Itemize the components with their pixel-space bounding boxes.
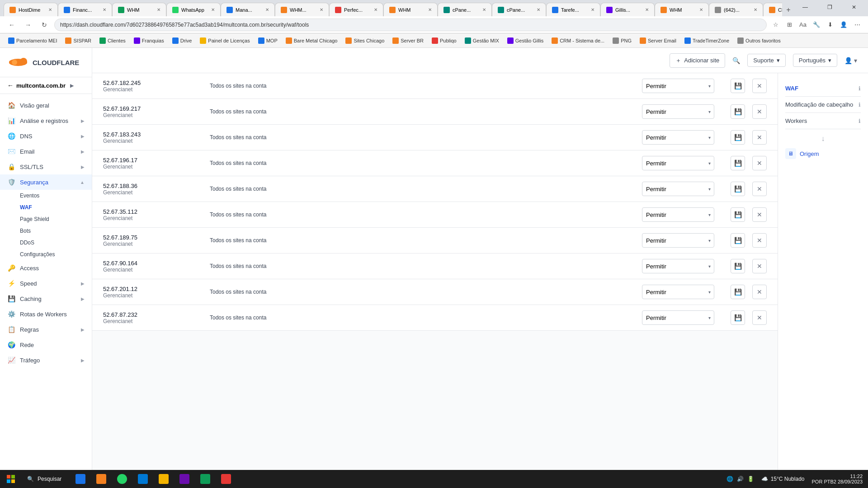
waf-delete-button-1[interactable]: ✕	[752, 104, 767, 119]
extensions-icon[interactable]: 🔧	[811, 19, 822, 30]
waf-action-select-7[interactable]: PermitirBloquearDesafiarJS DesafiarGeren…	[642, 259, 714, 273]
bookmark-0[interactable]: Parcelamento MEI	[5, 36, 61, 45]
waf-save-button-5[interactable]: 💾	[731, 207, 745, 222]
tab-close-7[interactable]: ✕	[428, 7, 432, 12]
sidebar-nav-item-caching[interactable]: 💾 Caching ▶	[0, 291, 92, 306]
sidebar-item-1[interactable]: 📊 Análise e registros ▶	[0, 113, 92, 128]
sidebar-item-8[interactable]: 💾 Caching ▶	[0, 291, 92, 306]
bookmark-4[interactable]: Drive	[169, 36, 196, 45]
bookmark-5[interactable]: Painel de Licenças	[196, 36, 253, 45]
star-icon[interactable]: ☆	[770, 19, 781, 30]
panel-info-icon-0[interactable]: ℹ	[859, 85, 861, 92]
tab-close-0[interactable]: ✕	[48, 7, 52, 12]
waf-delete-button-4[interactable]: ✕	[752, 182, 767, 196]
tab-close-13[interactable]: ✕	[754, 7, 757, 12]
bookmark-3[interactable]: Franquias	[130, 36, 168, 45]
bookmark-2[interactable]: Clientes	[96, 36, 129, 45]
taskbar-search[interactable]: 🔍 Pesquisar	[22, 476, 67, 482]
sidebar-nav-item-speed[interactable]: ⚡ Speed ▶	[0, 276, 92, 291]
read-aloud-icon[interactable]: Aa	[797, 19, 808, 30]
sidebar-sub-bots[interactable]: Bots	[0, 225, 92, 237]
waf-action-select-1[interactable]: PermitirBloquearDesafiarJS DesafiarGeren…	[642, 104, 714, 119]
sidebar-sub-page shield[interactable]: Page Shield	[0, 213, 92, 225]
address-input[interactable]: https://dash.cloudflare.com/7d6027388649…	[54, 19, 767, 31]
add-site-button[interactable]: ＋ Adicionar site	[670, 53, 725, 68]
taskbar-app-7[interactable]	[195, 470, 215, 488]
browser-tab-8[interactable]: cPane... ✕	[438, 3, 492, 16]
waf-delete-button-0[interactable]: ✕	[752, 79, 767, 93]
waf-action-select-9[interactable]: PermitirBloquearDesafiarJS DesafiarGeren…	[642, 310, 714, 325]
browser-tab-14[interactable]: Client... ✕	[763, 3, 782, 16]
taskbar-app-5[interactable]	[154, 470, 174, 488]
taskbar-app-4[interactable]	[133, 470, 153, 488]
waf-delete-button-9[interactable]: ✕	[752, 310, 767, 325]
waf-delete-button-8[interactable]: ✕	[752, 285, 767, 299]
sidebar-nav-item-tráfego[interactable]: 📈 Tráfego ▶	[0, 352, 92, 368]
close-button[interactable]: ✕	[844, 0, 864, 14]
sidebar-domain[interactable]: ← multconta.com.br ▶	[0, 77, 92, 94]
waf-action-select-3[interactable]: PermitirBloquearDesafiarJS DesafiarGeren…	[642, 156, 714, 170]
sidebar-nav-item-ssl/tls[interactable]: 🔒 SSL/TLS ▶	[0, 159, 92, 174]
waf-delete-button-7[interactable]: ✕	[752, 259, 767, 273]
browser-tab-3[interactable]: WhatsApp ✕	[166, 3, 221, 16]
bookmark-9[interactable]: Server BR	[389, 36, 427, 45]
waf-action-select-4[interactable]: PermitirBloquearDesafiarJS DesafiarGeren…	[642, 182, 714, 196]
sidebar-nav-item-access[interactable]: 🔑 Access	[0, 260, 92, 276]
sidebar-sub-waf[interactable]: WAF	[0, 202, 92, 213]
sidebar-nav-item-regras[interactable]: 📋 Regras ▶	[0, 322, 92, 337]
waf-delete-button-2[interactable]: ✕	[752, 130, 767, 145]
waf-delete-button-6[interactable]: ✕	[752, 233, 767, 248]
waf-save-button-4[interactable]: 💾	[731, 182, 745, 196]
tab-close-2[interactable]: ✕	[157, 7, 160, 12]
waf-delete-button-5[interactable]: ✕	[752, 207, 767, 222]
tab-close-3[interactable]: ✕	[211, 7, 215, 12]
browser-tab-12[interactable]: WHM ✕	[655, 3, 709, 16]
waf-delete-button-3[interactable]: ✕	[752, 156, 767, 170]
tab-close-1[interactable]: ✕	[103, 7, 106, 12]
browser-tab-11[interactable]: Gillis... ✕	[600, 3, 655, 16]
maximize-button[interactable]: ❐	[819, 0, 840, 14]
support-button[interactable]: Suporte ▾	[747, 54, 786, 67]
sidebar-item-2[interactable]: 🌐 DNS ▶	[0, 128, 92, 144]
waf-save-button-1[interactable]: 💾	[731, 104, 745, 119]
language-button[interactable]: Português ▾	[793, 54, 837, 67]
start-button[interactable]	[0, 470, 22, 488]
tab-close-11[interactable]: ✕	[645, 7, 649, 12]
bookmark-1[interactable]: SISPAR	[61, 36, 95, 45]
browser-tab-1[interactable]: Financ... ✕	[58, 3, 112, 16]
browser-tab-6[interactable]: Perfec... ✕	[329, 3, 383, 16]
browser-tab-13[interactable]: (642)... ✕	[709, 3, 763, 16]
tab-close-9[interactable]: ✕	[537, 7, 540, 12]
sidebar-item-12[interactable]: 📈 Tráfego ▶	[0, 352, 92, 368]
bookmark-11[interactable]: Gestão MIX	[461, 36, 503, 45]
downloads-icon[interactable]: ⬇	[825, 19, 835, 30]
taskbar-app-3[interactable]	[112, 470, 132, 488]
taskbar-app-1[interactable]	[71, 470, 90, 488]
sidebar-item-7[interactable]: ⚡ Speed ▶	[0, 276, 92, 291]
waf-action-select-8[interactable]: PermitirBloquearDesafiarJS DesafiarGeren…	[642, 285, 714, 299]
sidebar-sub-configurações[interactable]: Configurações	[0, 249, 92, 260]
panel-info-icon-2[interactable]: ℹ	[859, 118, 861, 124]
sidebar-nav-item-segurança[interactable]: 🛡️ Segurança ▲ Eventos WAF Page Shield B…	[0, 174, 92, 260]
bookmark-7[interactable]: Bare Metal Chicago	[282, 36, 341, 45]
bookmark-10[interactable]: Publiqo	[428, 36, 460, 45]
bookmark-8[interactable]: Sites Chicago	[342, 36, 388, 45]
waf-save-button-0[interactable]: 💾	[731, 79, 745, 93]
tab-close-5[interactable]: ✕	[320, 7, 323, 12]
refresh-button[interactable]: ↻	[38, 19, 51, 31]
sidebar-item-0[interactable]: 🏠 Visão geral	[0, 98, 92, 113]
minimize-button[interactable]: —	[795, 0, 816, 14]
bookmark-13[interactable]: CRM - Sistema de...	[548, 36, 608, 45]
browser-tab-0[interactable]: HostDime ✕	[4, 3, 58, 16]
sidebar-nav-item-dns[interactable]: 🌐 DNS ▶	[0, 128, 92, 144]
sidebar-item-3[interactable]: ✉️ Email ▶	[0, 144, 92, 159]
taskbar-app-2[interactable]	[91, 470, 111, 488]
browser-tab-7[interactable]: WHM ✕	[383, 3, 438, 16]
sidebar-nav-item-visão-geral[interactable]: 🏠 Visão geral	[0, 98, 92, 113]
browser-tab-9[interactable]: cPane... ✕	[492, 3, 546, 16]
collections-icon[interactable]: ⊞	[784, 19, 795, 30]
waf-save-button-8[interactable]: 💾	[731, 285, 745, 299]
sidebar-item-11[interactable]: 🌍 Rede	[0, 337, 92, 352]
sidebar-item-6[interactable]: 🔑 Access	[0, 260, 92, 276]
waf-action-select-5[interactable]: PermitirBloquearDesafiarJS DesafiarGeren…	[642, 207, 714, 222]
